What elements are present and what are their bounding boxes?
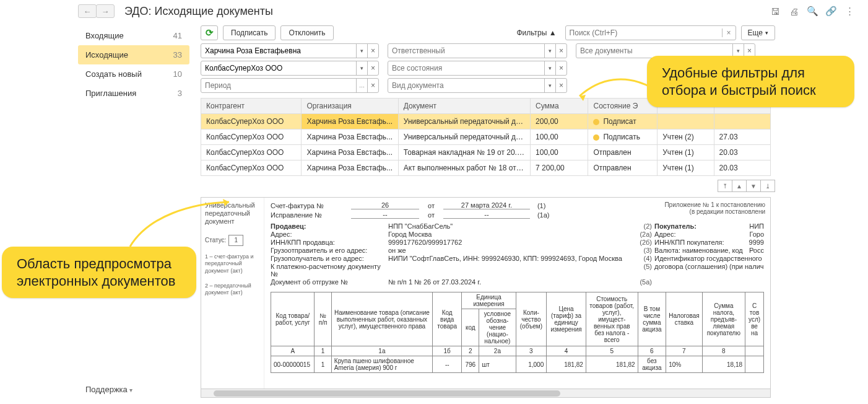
page-down-button[interactable]: ▼ [746,180,761,192]
filter-period-input[interactable] [201,81,356,90]
sidenav-item-outbox[interactable]: Исходящие 33 [78,45,189,64]
preview-sidebar: Универсальный передаточный документ Стат… [201,198,264,397]
sign-button[interactable]: Подписать [223,25,276,40]
ellipsis-icon[interactable]: … [356,79,367,92]
refresh-icon: ⟳ [206,27,214,38]
status-dot-icon [593,134,599,141]
filter-doctype[interactable]: ▾ × [388,78,567,93]
sidenav-item-count: 3 [178,89,182,98]
support-link[interactable]: Поддержка▾ [85,385,132,394]
chevron-down-icon: ▾ [765,30,768,36]
grid-pager: ⤒ ▲ ▼ ⤓ [718,180,775,192]
filter-user[interactable]: ▾ × [201,43,379,58]
chevron-down-icon[interactable]: ▾ [544,61,555,75]
sidenav-item-inbox[interactable]: Входящие 41 [78,26,189,45]
search-input[interactable] [566,29,722,37]
filters-toggle[interactable]: Фильтры ▲ [516,29,556,37]
sidenav-item-label: Создать новый [85,69,142,79]
table-row[interactable]: КолбасСуперХоз ООО Харчина Роза Евстафь.… [201,130,771,145]
sidenav-item-count: 41 [173,31,182,40]
sidenav-item-label: Входящие [85,31,124,40]
items-table: Код товара/ работ, услуг № п/п Наименова… [271,292,764,373]
table-row[interactable]: КолбасСуперХоз ООО Харчина Роза Евстафь.… [201,160,771,176]
filter-doctype-input[interactable] [388,81,544,90]
more-button[interactable]: Еще ▾ [741,25,775,40]
status-dot-icon [593,119,599,125]
save-icon[interactable]: 🖫 [769,5,781,17]
filter-responsible[interactable]: ▾ × [388,43,567,58]
clear-icon[interactable]: × [367,44,378,58]
chevron-down-icon[interactable]: ▾ [544,79,555,92]
document-preview: Универсальный передаточный документ Стат… [201,197,771,398]
page-title: ЭДО: Исходящие документы [124,5,273,18]
status-value[interactable]: 1 [228,235,243,246]
sidenav: Входящие 41 Исходящие 33 Создать новый 1… [78,26,189,103]
clear-search-icon[interactable]: × [722,29,736,37]
col-state[interactable]: Состояние Э [588,99,658,114]
clear-icon[interactable]: × [367,79,378,92]
preview-hscrollbar[interactable] [201,389,770,397]
chevron-down-icon[interactable]: ▾ [356,61,367,75]
filter-docset-input[interactable] [576,46,732,55]
print-icon[interactable]: 🖨 [788,5,800,17]
search-box[interactable]: × [565,25,736,40]
search-icon[interactable]: 🔍 [806,5,818,17]
col-document[interactable]: Документ [398,99,530,114]
documents-grid: Контрагент Организация Документ Сумма Со… [201,98,771,176]
clear-icon[interactable]: × [555,44,566,58]
page-up-button[interactable]: ▲ [732,180,747,192]
clear-icon[interactable]: × [555,79,566,92]
col-organization[interactable]: Организация [302,99,398,114]
page-last-button[interactable]: ⤓ [760,180,775,192]
legend-1: 1 – счет-фактура и передаточный документ… [205,253,260,275]
refresh-button[interactable]: ⟳ [201,25,218,40]
callout-filters: Удобные фильтры для отбора и быстрый пои… [647,56,854,107]
page-first-button[interactable]: ⤒ [718,180,732,192]
filter-contractor[interactable]: ▾ × [201,61,379,76]
table-row[interactable]: КолбасСуперХоз ООО Харчина Роза Евстафь.… [201,145,771,160]
clear-icon[interactable]: × [367,61,378,75]
appendix-note: Приложение № 1 к постановлению (в редакц… [664,201,765,215]
table-row[interactable]: КолбасСуперХоз ООО Харчина Роза Евстафь.… [201,114,771,130]
kebab-icon[interactable]: ⋮ [843,5,856,17]
filter-period[interactable]: … × [201,78,379,93]
legend-2: 2 – передаточный документ (акт) [205,283,260,297]
sidenav-item-invites[interactable]: Приглашения 3 [78,84,189,103]
item-row[interactable]: 00-00000015 1 Крупа пшено шлифованное Am… [271,356,764,373]
sidenav-item-label: Приглашения [85,89,136,98]
clear-icon[interactable]: × [555,61,566,75]
scrollbar-thumb[interactable] [214,390,560,397]
chevron-down-icon[interactable]: ▾ [544,44,555,58]
sidenav-item-count: 10 [173,69,182,79]
nav-back-button[interactable]: ← [78,4,97,18]
status-label: Статус: [205,237,226,244]
filter-contractor-input[interactable] [201,64,356,72]
sidenav-item-label: Исходящие [85,50,128,59]
chevron-down-icon: ▾ [129,387,132,393]
filter-user-input[interactable] [201,46,356,55]
reject-button[interactable]: Отклонить [280,25,333,40]
sidenav-item-count: 33 [173,50,182,59]
sidenav-item-new[interactable]: Создать новый 10 [78,64,189,84]
filter-state-input[interactable] [388,64,544,72]
filter-responsible-input[interactable] [388,46,544,55]
col-sum[interactable]: Сумма [531,99,588,114]
preview-body: Приложение № 1 к постановлению (в редакц… [264,198,770,397]
toolbar: ⟳ Подписать Отклонить Фильтры ▲ × Еще ▾ [201,25,775,41]
link-icon[interactable]: 🔗 [825,5,837,17]
filter-state[interactable]: ▾ × [388,61,567,76]
col-contractor[interactable]: Контрагент [201,99,302,114]
chevron-down-icon[interactable]: ▾ [356,44,367,58]
topbar: ← → ЭДО: Исходящие документы 🖫 🖨 🔍 🔗 ⋮ [78,4,856,19]
nav-forward-button[interactable]: → [96,4,115,18]
callout-preview: Область предпросмотра электронных докуме… [2,247,196,298]
